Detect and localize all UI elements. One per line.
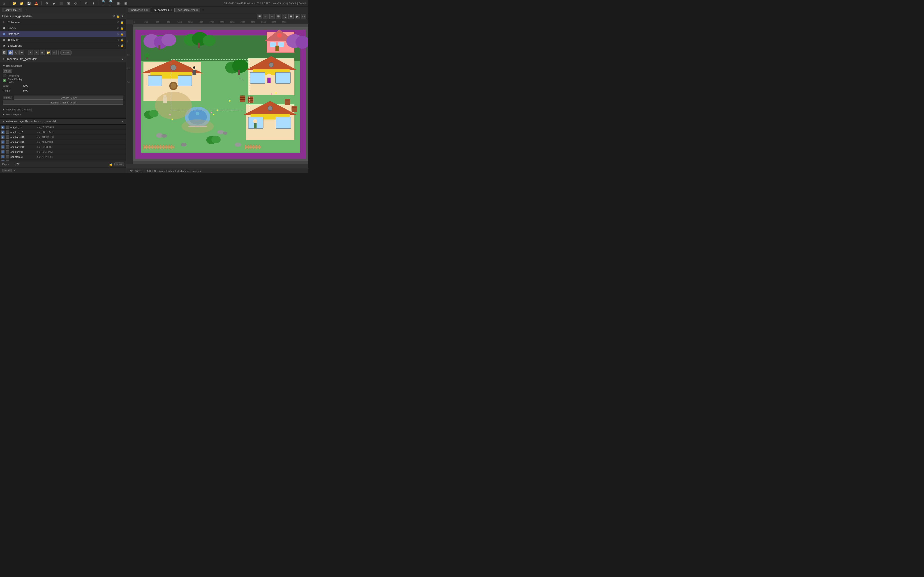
tool-select-btn[interactable]: ↖ <box>34 50 39 55</box>
inherit-row-prop: Inherit <box>2 68 124 73</box>
room-editor-tab-close[interactable]: ✕ <box>19 8 21 11</box>
inherit-btn-prop[interactable]: Inherit <box>3 69 12 73</box>
depth-inherit-btn[interactable]: Inherit <box>115 163 124 166</box>
tool-polygon-btn[interactable]: ◇ <box>13 50 18 55</box>
play-canvas-btn[interactable]: ▶ <box>295 14 300 19</box>
layer-blocks-vis[interactable]: 👁 <box>117 27 120 30</box>
layer-blocks-lock[interactable]: 🔒 <box>120 27 124 30</box>
depth-lock-icon[interactable]: 🔒 <box>109 163 113 166</box>
svg-point-107 <box>149 110 158 117</box>
instances-layer-collapse[interactable]: ▲ <box>121 120 124 122</box>
canvas-tab-add[interactable]: + <box>201 8 205 12</box>
debug-icon[interactable]: ⬡ <box>74 2 78 5</box>
zoom-reset-canvas-btn[interactable]: ⊡ <box>276 14 281 19</box>
instance-item-3[interactable]: ✓ obj_barrel01 inst_46472163 <box>0 140 126 145</box>
tab-seqgameover-close[interactable]: ✕ <box>196 9 198 11</box>
tool-folder-btn[interactable]: 📁 <box>46 50 51 55</box>
room-editor-tab[interactable]: Room Editor ✕ <box>2 8 22 12</box>
room-settings-row[interactable]: ▼ Room Settings <box>2 63 124 68</box>
instance-item-6[interactable]: ✓ obj_store01 inst_47244F02 <box>0 155 126 160</box>
persistent-checkbox[interactable] <box>3 74 6 77</box>
instance-item-7[interactable]: ✓ obj_fountain01 inst_72076813 <box>0 160 126 161</box>
build-icon[interactable]: ▣ <box>66 2 70 5</box>
inst-check-1[interactable]: ✓ <box>2 131 5 134</box>
layer-visibility-icon[interactable]: 👁 <box>113 15 115 18</box>
layer-instances[interactable]: ⬤ Instances 👁 🔒 <box>0 31 126 37</box>
save-icon[interactable]: 💾 <box>27 2 31 5</box>
layers-collapse-icon[interactable]: ▼ <box>121 15 124 18</box>
creation-code-btn[interactable]: Creation Code <box>14 95 123 100</box>
aspect-ratio-btn[interactable]: ▣ <box>288 14 294 19</box>
tool-transform-btn[interactable]: ⊞ <box>40 50 45 55</box>
upload-icon[interactable]: 📤 <box>34 2 38 5</box>
layer-instances-vis[interactable]: 👁 <box>117 32 120 35</box>
bottom-inherit-btn[interactable]: Inherit <box>2 169 12 172</box>
instance-item-0[interactable]: ✓ obj_player inst_35EC6A79 <box>0 125 126 130</box>
instance-item-5[interactable]: ✓ obj_bush01 inst_635B1457 <box>0 150 126 155</box>
settings2-icon[interactable]: ⚙ <box>84 2 88 5</box>
stop-icon[interactable]: ⬛ <box>59 2 63 5</box>
zoom-out-canvas-btn[interactable]: − <box>263 14 268 19</box>
layer-background-vis[interactable]: 👁 <box>117 44 120 47</box>
home-icon[interactable]: ⌂ <box>2 2 6 5</box>
canvas-tab-workspace1[interactable]: Workspace 1 ✕ <box>128 8 150 12</box>
layer-cutscenes-lock[interactable]: 🔒 <box>120 21 124 24</box>
layer-instances-lock[interactable]: 🔒 <box>120 32 124 35</box>
layer-blocks[interactable]: ⬤ Blocks 👁 🔒 <box>0 25 126 31</box>
open-folder-icon[interactable]: 📂 <box>12 2 16 5</box>
layer-background-lock[interactable]: 🔒 <box>120 44 124 47</box>
instance-item-2[interactable]: ✓ obj_barrel01 inst_4D3D9106 <box>0 135 126 140</box>
zoom-out-icon[interactable]: 🔍− <box>102 2 106 5</box>
zoom-fit-icon[interactable]: ⊞ <box>116 2 120 5</box>
left-panel: Room Editor ✕ + Layers - rm_gameMain 👁 🔒… <box>0 7 126 173</box>
layer-tilesmain[interactable]: ▦ TilesMain 👁 🔒 <box>0 37 126 43</box>
inst-check-5[interactable]: ✓ <box>2 150 5 153</box>
inst-check-3[interactable]: ✓ <box>2 140 5 143</box>
tab-workspace1-close[interactable]: ✕ <box>146 9 148 11</box>
layer-cutscenes[interactable]: ✂ Cutscenes 👁 🔒 <box>0 19 126 25</box>
instances-layer-header[interactable]: ▼ Instances Layer Properties - rm_gameMa… <box>0 119 126 124</box>
tab-rmgamemain-close[interactable]: ✕ <box>170 9 172 11</box>
instances-inherit-badge[interactable]: Inherit <box>60 50 71 55</box>
tool-sprite-btn[interactable]: 🖼 <box>2 50 7 55</box>
skip-btn[interactable]: ⏭ <box>301 14 306 19</box>
inst-check-0[interactable]: ✓ <box>2 126 5 129</box>
zoom-in-canvas-btn[interactable]: + <box>269 14 275 19</box>
layer-background[interactable]: ▣ Background 👁 🔒 <box>0 43 126 49</box>
fullscreen-btn[interactable]: ⛶ <box>282 14 288 19</box>
tool-add-btn[interactable]: + <box>28 50 33 55</box>
svg-rect-71 <box>276 117 291 129</box>
tool-point-btn[interactable]: ✦ <box>19 50 24 55</box>
room-physics-row[interactable]: ▶ Room Physics <box>2 112 124 117</box>
tool-delete-btn[interactable]: ⊗ <box>52 50 57 55</box>
clear-display-checkbox[interactable]: ✓ <box>3 79 6 82</box>
inst-check-2[interactable]: ✓ <box>2 135 5 139</box>
instance-item-4[interactable]: ✓ obj_barrel01 inst_C853E0C <box>0 145 126 150</box>
layer-tilesmain-vis[interactable]: 👁 <box>117 38 120 42</box>
new-folder-icon[interactable]: 📁 <box>19 2 24 5</box>
settings-icon[interactable]: ⚙ <box>45 2 49 5</box>
instance-item-1[interactable]: ✓ obj_tree_01 inst_3B97E5CE <box>0 130 126 135</box>
viewports-row[interactable]: ▶ Viewports and Cameras <box>2 107 124 112</box>
canvas-area[interactable]: 0 250 500 750 1000 1250 1500 1750 2000 2… <box>126 20 308 169</box>
inst-check-4[interactable]: ✓ <box>2 145 5 148</box>
help-icon[interactable]: ? <box>91 2 95 5</box>
creation-code-inherit[interactable]: Inherit <box>3 96 12 99</box>
height-label: Height <box>3 89 21 92</box>
run-icon[interactable]: ▶ <box>52 2 56 5</box>
tool-circle-btn[interactable]: ⬤ <box>8 50 13 55</box>
layer-tilesmain-lock[interactable]: 🔒 <box>120 38 124 42</box>
grid-icon[interactable]: ⊞ <box>124 2 128 5</box>
canvas-tab-rmgamemain[interactable]: rm_gameMain ✕ <box>151 8 174 12</box>
canvas-tab-seqgameover[interactable]: seq_gameOver ✕ <box>176 8 200 12</box>
grid-toggle-btn[interactable]: ⊞ <box>257 14 262 19</box>
room-editor-tab-add[interactable]: + <box>24 8 28 12</box>
properties-collapse[interactable]: ▲ <box>121 58 124 60</box>
bottom-inherit-close[interactable]: ✕ <box>13 169 16 172</box>
zoom-in-icon[interactable]: 🔍+ <box>109 2 113 5</box>
instance-creation-btn[interactable]: Instance Creation Order <box>3 100 123 105</box>
inst-check-6[interactable]: ✓ <box>2 155 5 158</box>
properties-header[interactable]: ▼ Properties - rm_gameMain ▲ <box>0 56 126 62</box>
layer-cutscenes-vis[interactable]: 👁 <box>117 21 120 24</box>
layer-lock-icon[interactable]: 🔒 <box>116 15 120 18</box>
